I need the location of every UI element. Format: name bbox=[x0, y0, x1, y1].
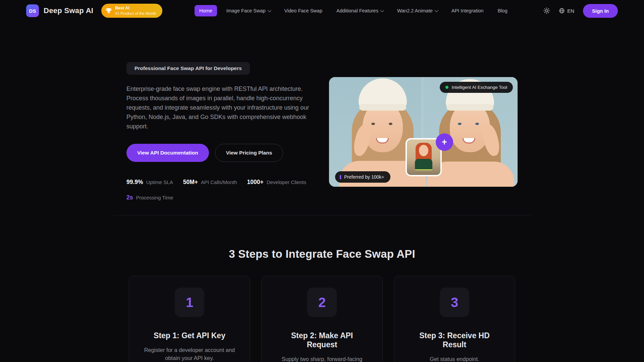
inset-clothing bbox=[415, 159, 432, 170]
sun-icon bbox=[543, 7, 550, 14]
add-face-button[interactable]: + bbox=[436, 133, 453, 151]
nav-links: Home Image Face Swap Video Face Swap Add… bbox=[195, 5, 512, 16]
stat-api-calls-label: API Calls/Month bbox=[201, 179, 237, 185]
language-selector[interactable]: EN bbox=[559, 8, 574, 14]
ai-exchange-badge: Intelligent AI Exchange Tool bbox=[440, 82, 513, 93]
step-2-description: Supply two sharp, forward-facing photogr… bbox=[276, 355, 368, 362]
stat-processing-label: Processing Time bbox=[136, 195, 173, 200]
language-label: EN bbox=[567, 8, 574, 14]
brand[interactable]: DS Deep Swap AI bbox=[26, 4, 93, 17]
steps-grid: 1 Step 1: Get API Key Register for a dev… bbox=[129, 276, 515, 362]
nav-item-api-integration[interactable]: API Integration bbox=[447, 5, 488, 16]
hero-left-column: Professional Face Swap API for Developer… bbox=[126, 62, 313, 201]
steps-section-title: 3 Steps to Integrate Face Swap API bbox=[0, 248, 644, 260]
hero-visual: Intelligent AI Exchange Tool + Preferred… bbox=[329, 77, 518, 187]
nav-item-home-label: Home bbox=[199, 8, 212, 13]
step-3-title: Step 3: Receive HD Result bbox=[408, 331, 501, 349]
step-1-title: Step 1: Get API Key bbox=[143, 331, 236, 340]
step-card-1: 1 Step 1: Get API Key Register for a dev… bbox=[129, 276, 250, 362]
stat-uptime-value: 99.9% bbox=[126, 179, 143, 186]
stat-uptime-label: Uptime SLA bbox=[146, 179, 173, 185]
preferred-badge-icon bbox=[340, 175, 341, 179]
step-1-description: Register for a developer account and obt… bbox=[143, 346, 236, 362]
ai-exchange-badge-label: Intelligent AI Exchange Tool bbox=[451, 85, 507, 90]
award-line2: #1 Product of the Month bbox=[115, 11, 156, 16]
hero-section: Professional Face Swap API for Developer… bbox=[113, 21, 531, 201]
step-card-3: 3 Step 3: Receive HD Result Get status e… bbox=[394, 276, 515, 362]
preferred-badge-label: Preferred by 100k+ bbox=[344, 174, 384, 180]
hero-photo: Intelligent AI Exchange Tool + Preferred… bbox=[329, 77, 518, 187]
trophy-icon bbox=[105, 7, 112, 14]
step-2-title: Step 2: Make API Request bbox=[276, 331, 368, 349]
preferred-badge: Preferred by 100k+ bbox=[335, 171, 390, 183]
step-3-description: Get status endpoint. bbox=[408, 355, 501, 362]
stat-uptime: 99.9% Uptime SLA bbox=[126, 179, 173, 186]
chevron-down-icon bbox=[380, 8, 384, 12]
award-badge[interactable]: Best AI #1 Product of the Month bbox=[101, 4, 162, 18]
globe-icon bbox=[559, 8, 565, 14]
nav-item-image-face-swap[interactable]: Image Face Swap bbox=[222, 5, 275, 16]
nav-item-blog[interactable]: Blog bbox=[493, 5, 512, 16]
nav-item-video-face-swap-label: Video Face Swap bbox=[284, 8, 322, 13]
stat-processing-value: 2s bbox=[126, 194, 133, 201]
stat-api-calls-value: 50M+ bbox=[183, 179, 198, 186]
step-1-number: 1 bbox=[186, 295, 193, 310]
sign-in-button[interactable]: Sign In bbox=[583, 4, 618, 18]
nav-item-api-integration-label: API Integration bbox=[451, 8, 484, 13]
nav-item-home[interactable]: Home bbox=[195, 5, 217, 16]
stat-clients-value: 1000+ bbox=[247, 179, 263, 186]
step-1-number-box: 1 bbox=[175, 288, 204, 317]
step-3-number: 3 bbox=[451, 295, 458, 310]
nav-item-image-face-swap-label: Image Face Swap bbox=[226, 8, 266, 13]
inset-face bbox=[419, 145, 428, 156]
step-card-2: 2 Step 2: Make API Request Supply two sh… bbox=[261, 276, 383, 362]
nav-item-blog-label: Blog bbox=[498, 8, 507, 13]
brand-logo: DS bbox=[26, 4, 39, 17]
green-dot-icon bbox=[445, 86, 448, 89]
step-2-number-box: 2 bbox=[307, 288, 337, 317]
brand-title: Deep Swap AI bbox=[44, 6, 93, 15]
stat-processing: 2s Processing Time bbox=[126, 194, 173, 201]
stat-clients: 1000+ Developer Clients bbox=[247, 179, 306, 186]
hero-eyebrow-pill: Professional Face Swap API for Developer… bbox=[126, 62, 250, 75]
brand-logo-text: DS bbox=[29, 8, 36, 14]
view-pricing-button[interactable]: View Pricing Plans bbox=[215, 144, 283, 162]
theme-toggle-button[interactable] bbox=[543, 7, 550, 14]
award-line1: Best AI bbox=[115, 6, 156, 11]
nav-item-additional-features[interactable]: Additional Features bbox=[332, 5, 388, 16]
view-api-docs-button[interactable]: View API Documentation bbox=[126, 144, 209, 162]
navbar: DS Deep Swap AI Best AI #1 Product of th… bbox=[0, 0, 644, 21]
nav-item-wan-animate[interactable]: Wan2.2 Animate bbox=[392, 5, 442, 16]
hero-stats: 99.9% Uptime SLA 50M+ API Calls/Month 10… bbox=[126, 179, 308, 201]
chevron-down-icon bbox=[267, 8, 271, 12]
stat-clients-label: Developer Clients bbox=[267, 179, 306, 185]
hero-description: Enterprise-grade face swap engine with R… bbox=[126, 84, 313, 131]
step-2-number: 2 bbox=[318, 295, 326, 310]
nav-right-controls: EN Sign In bbox=[543, 4, 618, 18]
nav-item-wan-animate-label: Wan2.2 Animate bbox=[397, 8, 433, 13]
nav-item-video-face-swap[interactable]: Video Face Swap bbox=[280, 5, 327, 16]
step-3-number-box: 3 bbox=[440, 288, 469, 317]
nav-item-additional-features-label: Additional Features bbox=[336, 8, 378, 13]
stat-api-calls: 50M+ API Calls/Month bbox=[183, 179, 237, 186]
section-divider bbox=[113, 215, 531, 216]
chevron-down-icon bbox=[435, 8, 438, 12]
